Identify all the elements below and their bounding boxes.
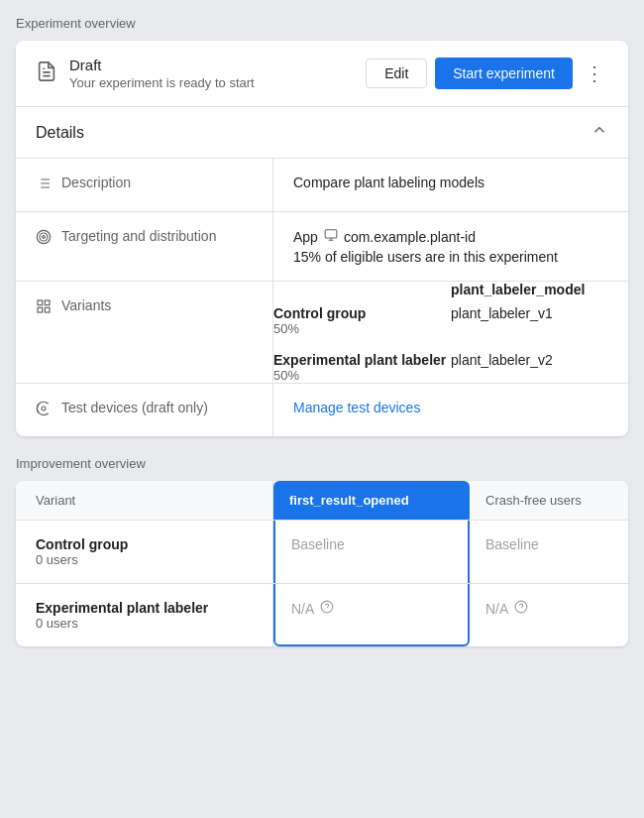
svg-rect-15 xyxy=(45,300,50,305)
svg-rect-14 xyxy=(38,300,43,305)
variants-label-cell: Variants xyxy=(16,282,273,383)
na-crash-free-text: N/A xyxy=(485,601,508,617)
test-devices-icon xyxy=(36,401,52,420)
svg-point-9 xyxy=(40,233,48,241)
variant-experimental-model: plant_labeler_v2 xyxy=(451,352,553,368)
draft-title: Draft xyxy=(69,57,366,73)
targeting-icon xyxy=(36,229,52,249)
imp-experimental-variant-cell: Experimental plant labeler 0 users xyxy=(16,584,273,646)
page-container: Experiment overview Draft Your experimen… xyxy=(0,0,644,682)
variants-cols: plant_labeler_model xyxy=(273,282,628,305)
imp-experimental-users: 0 users xyxy=(36,616,253,631)
variant-control-left: Control group 50% xyxy=(273,305,451,336)
targeting-label-cell: Targeting and distribution xyxy=(16,212,273,281)
app-icon xyxy=(324,228,338,245)
na-crash-free-row: N/A xyxy=(485,600,612,617)
imp-experimental-crash-free: N/A xyxy=(470,584,628,646)
draft-header: Draft Your experiment is ready to start … xyxy=(16,41,628,107)
description-icon xyxy=(36,175,52,195)
manage-test-devices-link[interactable]: Manage test devices xyxy=(293,400,420,415)
variants-value: plant_labeler_model Control group 50% pl… xyxy=(273,282,628,383)
imp-experimental-name: Experimental plant labeler xyxy=(36,600,253,616)
imp-header-variant: Variant xyxy=(16,481,273,520)
variants-icon xyxy=(36,298,52,318)
experiment-overview-card: Draft Your experiment is ready to start … xyxy=(16,41,628,436)
targeting-label: Targeting and distribution xyxy=(61,228,216,244)
variant-experimental-name: Experimental plant labeler xyxy=(273,352,451,368)
imp-control-variant-cell: Control group 0 users xyxy=(16,521,273,583)
test-devices-row: Test devices (draft only) Manage test de… xyxy=(16,384,628,436)
variant-experimental-right: plant_labeler_v2 xyxy=(451,352,628,383)
na-first-result-text: N/A xyxy=(291,601,314,617)
imp-experimental-first-result: N/A xyxy=(273,584,470,646)
imp-control-name: Control group xyxy=(36,536,253,552)
collapse-icon[interactable] xyxy=(590,121,608,144)
variant-col-header: plant_labeler_model xyxy=(451,282,585,297)
details-title: Details xyxy=(36,124,84,142)
section1-title: Experiment overview xyxy=(16,16,628,31)
svg-point-18 xyxy=(42,407,46,410)
test-devices-value: Manage test devices xyxy=(273,384,628,436)
variant-control-name: Control group xyxy=(273,305,451,321)
description-value: Compare plant labeling models xyxy=(273,159,628,211)
variant-control-pct: 50% xyxy=(273,321,451,336)
app-id: com.example.plant-id xyxy=(344,229,476,245)
svg-point-8 xyxy=(37,230,50,243)
app-prefix: App xyxy=(293,229,318,245)
targeting-row: Targeting and distribution App com.examp… xyxy=(16,212,628,282)
variants-left-col xyxy=(273,282,451,305)
start-experiment-button[interactable]: Start experiment xyxy=(435,58,573,89)
targeting-pct: 15% of eligible users are in this experi… xyxy=(293,249,608,265)
help-icon-crash-free[interactable] xyxy=(514,600,528,617)
draft-subtitle: Your experiment is ready to start xyxy=(69,75,366,90)
draft-icon xyxy=(36,60,57,87)
section2-title: Improvement overview xyxy=(16,456,628,471)
description-label: Description xyxy=(61,175,131,190)
help-icon-first-result[interactable] xyxy=(320,600,334,617)
targeting-app-line: App com.example.plant-id xyxy=(293,228,608,245)
test-devices-label: Test devices (draft only) xyxy=(61,400,208,415)
variant-experimental-row: Experimental plant labeler 50% plant_lab… xyxy=(273,352,628,383)
description-row: Description Compare plant labeling model… xyxy=(16,159,628,212)
improvement-header: Variant first_result_opened Crash-free u… xyxy=(16,481,628,521)
imp-row-control: Control group 0 users Baseline Baseline xyxy=(16,521,628,584)
svg-rect-17 xyxy=(45,307,50,312)
variant-control-right: plant_labeler_v1 xyxy=(451,305,628,336)
imp-header-first-result: first_result_opened xyxy=(273,481,470,520)
variant-control-row: Control group 50% plant_labeler_v1 xyxy=(273,305,628,336)
description-label-cell: Description xyxy=(16,159,273,211)
imp-row-experimental: Experimental plant labeler 0 users N/A xyxy=(16,584,628,646)
variant-control-model: plant_labeler_v1 xyxy=(451,305,553,321)
test-devices-label-cell: Test devices (draft only) xyxy=(16,384,273,436)
more-options-button[interactable]: ⋮ xyxy=(581,59,608,87)
variants-label: Variants xyxy=(61,297,111,313)
imp-header-crash-free: Crash-free users xyxy=(470,481,628,520)
targeting-value: App com.example.plant-id 15% of eligible… xyxy=(273,212,628,281)
imp-control-crash-free: Baseline xyxy=(470,521,628,583)
variants-right-col-header: plant_labeler_model xyxy=(451,282,628,305)
edit-button[interactable]: Edit xyxy=(366,58,427,88)
svg-point-10 xyxy=(43,236,46,239)
draft-actions: Edit Start experiment ⋮ xyxy=(366,58,608,89)
na-first-result-row: N/A xyxy=(291,600,452,617)
variant-experimental-pct: 50% xyxy=(273,368,451,383)
variant-experimental-left: Experimental plant labeler 50% xyxy=(273,352,451,383)
details-section-header: Details xyxy=(16,107,628,159)
imp-control-users: 0 users xyxy=(36,552,253,567)
description-text: Compare plant labeling models xyxy=(293,175,484,190)
svg-rect-16 xyxy=(38,307,43,312)
variants-row: Variants plant_labeler_model Control gro… xyxy=(16,282,628,384)
draft-info: Draft Your experiment is ready to start xyxy=(69,57,366,90)
svg-rect-11 xyxy=(325,230,337,238)
improvement-card: Variant first_result_opened Crash-free u… xyxy=(16,481,628,646)
imp-control-first-result: Baseline xyxy=(273,521,470,583)
